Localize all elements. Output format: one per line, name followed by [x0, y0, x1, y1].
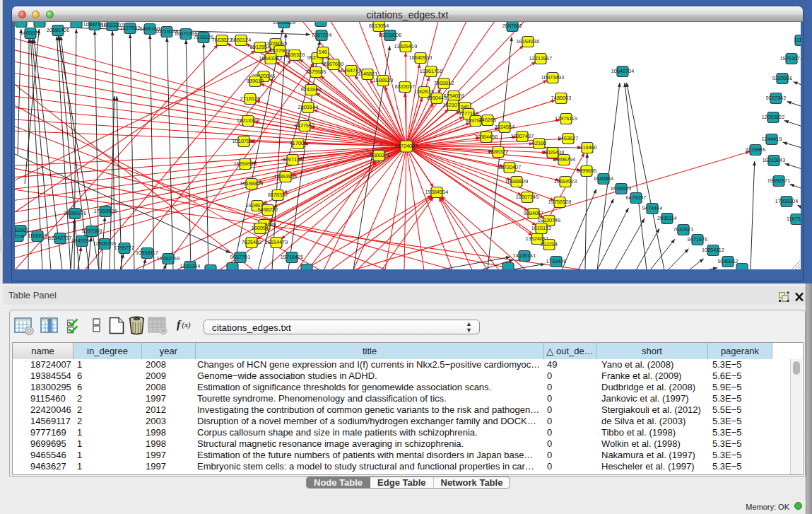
svg-text:20206576: 20206576 — [64, 210, 86, 216]
svg-text:19756928: 19756928 — [548, 199, 571, 205]
svg-text:6479197: 6479197 — [626, 194, 646, 201]
svg-text:1640954: 1640954 — [594, 175, 613, 182]
svg-text:8267130: 8267130 — [283, 156, 302, 163]
svg-text:8938923: 8938923 — [611, 185, 631, 192]
svg-text:18807249: 18807249 — [516, 194, 539, 200]
svg-text:10543362: 10543362 — [259, 55, 282, 62]
svg-text:9329966: 9329966 — [772, 75, 792, 81]
svg-text:3824554: 3824554 — [495, 124, 514, 130]
svg-text:7886322: 7886322 — [488, 148, 508, 155]
svg-text:252254: 252254 — [541, 241, 558, 247]
svg-text:11123: 11123 — [794, 37, 801, 43]
svg-text:7625402: 7625402 — [242, 239, 261, 245]
svg-text:2935114: 2935114 — [657, 215, 677, 221]
svg-text:746266: 746266 — [479, 117, 496, 123]
svg-text:3875685: 3875685 — [306, 69, 326, 75]
svg-text:25300275: 25300275 — [367, 152, 390, 158]
svg-text:2803144: 2803144 — [298, 104, 318, 110]
svg-text:1145194: 1145194 — [72, 238, 92, 244]
svg-text:19166829: 19166829 — [240, 180, 263, 187]
svg-text:1795722: 1795722 — [114, 245, 134, 251]
svg-text:10973493: 10973493 — [541, 74, 564, 81]
svg-text:160994: 160994 — [252, 225, 269, 231]
svg-text:12093822: 12093822 — [762, 114, 784, 120]
svg-text:1167533: 1167533 — [787, 216, 801, 222]
svg-text:20364436: 20364436 — [475, 134, 498, 140]
svg-text:1733426: 1733426 — [546, 258, 566, 264]
svg-text:15720407: 15720407 — [498, 164, 521, 170]
svg-text:15751074: 15751074 — [780, 55, 801, 62]
svg-text:f: f — [177, 319, 182, 331]
svg-text:16914479: 16914479 — [265, 239, 288, 245]
svg-text:1405571: 1405571 — [20, 30, 40, 36]
svg-text:7663822: 7663822 — [212, 37, 232, 43]
svg-text:8878332: 8878332 — [268, 192, 288, 198]
svg-text:3215955: 3215955 — [746, 146, 765, 153]
svg-text:2867608: 2867608 — [324, 61, 343, 67]
svg-text:(x): (x) — [182, 321, 191, 329]
svg-text:12213967: 12213967 — [529, 55, 552, 62]
svg-text:19654913: 19654913 — [234, 160, 257, 167]
svg-text:62160: 62160 — [532, 140, 546, 146]
svg-text:417006: 417006 — [290, 140, 307, 146]
svg-text:7632621: 7632621 — [673, 226, 693, 233]
svg-text:2087682: 2087682 — [502, 23, 522, 29]
svg-text:8322037: 8322037 — [395, 83, 415, 90]
svg-text:18724007: 18724007 — [395, 143, 418, 149]
svg-text:9115460: 9115460 — [577, 144, 597, 151]
svg-text:10648784: 10648784 — [611, 68, 634, 74]
svg-text:9699695: 9699695 — [577, 168, 596, 174]
svg-text:16033809: 16033809 — [273, 22, 295, 25]
svg-text:8427552: 8427552 — [295, 122, 314, 129]
svg-text:10688609: 10688609 — [505, 178, 528, 185]
svg-text:989619: 989619 — [247, 78, 264, 84]
svg-text:546: 546 — [319, 49, 327, 55]
svg-text:10958117: 10958117 — [136, 250, 158, 256]
svg-text:8813054: 8813054 — [369, 23, 389, 29]
svg-text:9242848: 9242848 — [301, 86, 321, 93]
svg-text:18495794: 18495794 — [553, 156, 575, 163]
svg-text:5498222: 5498222 — [258, 206, 278, 213]
svg-text:12213369: 12213369 — [237, 117, 259, 124]
svg-text:13353594: 13353594 — [274, 173, 297, 180]
svg-text:15692971: 15692971 — [767, 177, 790, 184]
svg-text:15716485: 15716485 — [281, 254, 303, 260]
svg-text:1244419: 1244419 — [762, 136, 782, 142]
svg-text:8860124: 8860124 — [231, 37, 251, 43]
svg-text:19654923: 19654923 — [554, 178, 577, 185]
svg-text:10107553: 10107553 — [233, 138, 255, 144]
svg-text:10807487: 10807487 — [511, 133, 534, 139]
svg-text:14136141: 14136141 — [513, 252, 536, 259]
svg-text:8186328: 8186328 — [285, 52, 305, 58]
svg-text:1292344: 1292344 — [180, 263, 200, 269]
svg-text:20691406: 20691406 — [47, 27, 69, 33]
svg-text:9084067: 9084067 — [524, 210, 543, 216]
svg-text:9397588: 9397588 — [82, 228, 102, 234]
svg-text:12975115: 12975115 — [555, 115, 577, 122]
svg-text:9474444: 9474444 — [642, 205, 662, 211]
svg-text:7357224: 7357224 — [312, 32, 331, 38]
svg-text:12505135: 12505135 — [93, 240, 116, 247]
svg-text:2718126: 2718126 — [240, 95, 260, 102]
svg-text:12342737: 12342737 — [49, 235, 71, 241]
svg-text:1156819: 1156819 — [28, 233, 47, 239]
svg-text:9146821: 9146821 — [358, 71, 377, 77]
svg-text:19384554: 19384554 — [425, 189, 448, 195]
svg-text:10654112: 10654112 — [702, 247, 724, 253]
svg-text:18640910: 18640910 — [409, 54, 432, 61]
svg-text:10961758: 10961758 — [420, 68, 442, 74]
svg-text:9227342: 9227342 — [766, 95, 786, 101]
svg-text:9245652: 9245652 — [718, 258, 738, 264]
svg-text:1527602: 1527602 — [120, 25, 140, 31]
svg-text:16210643: 16210643 — [763, 157, 785, 163]
svg-text:1588520: 1588520 — [373, 77, 393, 83]
svg-text:7515526: 7515526 — [194, 34, 213, 40]
svg-text:16782759: 16782759 — [157, 255, 180, 262]
svg-text:13325419: 13325419 — [394, 43, 417, 49]
svg-text:9463627: 9463627 — [558, 135, 578, 141]
svg-text:1615132: 1615132 — [531, 225, 551, 231]
svg-text:7485063: 7485063 — [551, 95, 571, 101]
svg-text:9657791: 9657791 — [230, 254, 250, 260]
svg-text:17359924: 17359924 — [94, 208, 117, 214]
svg-text:7955812: 7955812 — [434, 80, 454, 86]
